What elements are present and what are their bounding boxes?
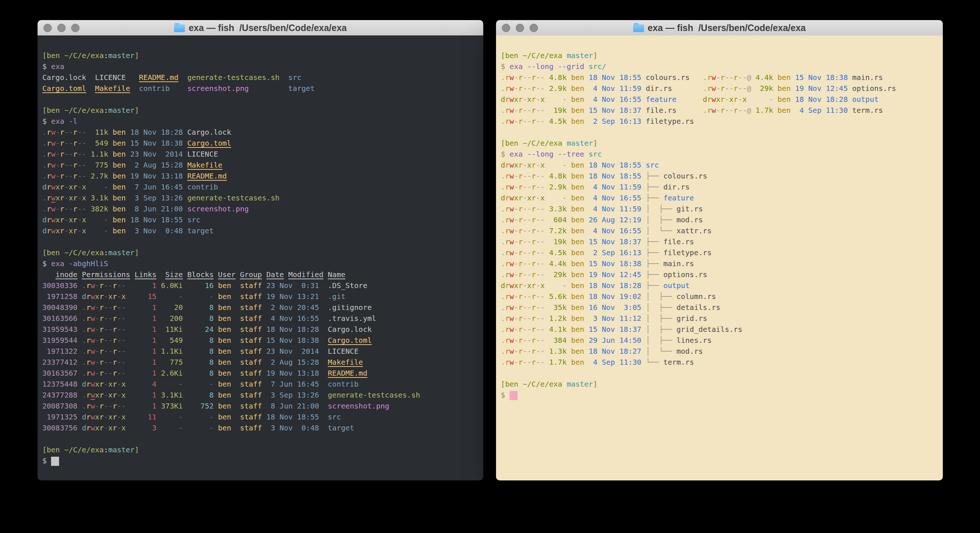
terminal-output-right[interactable]: [ben ~/C/e/exa:master]$ exa --long --gri… [496, 35, 943, 480]
permission-char: r [505, 106, 509, 115]
close-button[interactable] [43, 24, 52, 32]
text-segment [183, 402, 187, 410]
text-segment [262, 336, 266, 345]
text-segment: ben [567, 182, 584, 191]
minimize-button[interactable] [57, 24, 66, 32]
permission-char: r [86, 325, 91, 334]
text-segment: 30048390 [42, 303, 77, 312]
permission-char: r [518, 117, 523, 126]
permission-char: . [42, 161, 47, 169]
permission-char: - [121, 281, 126, 290]
terminal-line: $ exa --long --grid src/ [501, 61, 940, 72]
text-segment [183, 423, 187, 432]
zoom-button[interactable] [71, 24, 80, 32]
permission-char: r [518, 172, 523, 180]
permission-char: - [540, 227, 544, 235]
text-segment: ben [567, 270, 584, 279]
permission-char: w [509, 227, 514, 235]
text-segment: term.rs [663, 358, 694, 367]
text-segment [214, 270, 218, 279]
text-segment: contrib [187, 182, 218, 191]
terminal-line: $ exa -abghHliS [42, 258, 480, 269]
text-segment: - [161, 423, 183, 432]
permission-char: d [501, 161, 505, 169]
titlebar-right[interactable]: exa — fish /Users/ben/Code/exa/exa [496, 20, 943, 36]
terminal-line: 23377412 .rw-r--r-- 1 775 8 ben staff 2 … [42, 357, 480, 368]
permission-char: - [540, 237, 544, 246]
text-segment [156, 402, 161, 410]
text-segment: inode [56, 270, 77, 279]
permission-char: r [531, 325, 536, 334]
permission-char: r [100, 336, 104, 345]
permission-char: - [104, 423, 108, 432]
close-button[interactable] [502, 24, 510, 32]
minimize-button[interactable] [516, 24, 524, 32]
permission-char: r [113, 413, 117, 421]
permission-char: r [505, 237, 509, 246]
text-segment: 30163567 [42, 369, 77, 378]
permission-char: r [505, 193, 509, 202]
permission-char: w [509, 248, 514, 257]
terminal-line: .rw-r--r-- 1.2k ben 3 Nov 11:12 │ ├── gr… [501, 313, 940, 324]
text-segment: ben [567, 227, 584, 235]
permission-char: - [514, 347, 518, 356]
text-segment: README.md [187, 172, 226, 180]
permission-char: - [536, 193, 540, 202]
text-segment [641, 270, 646, 279]
text-segment: │ ├── [646, 336, 676, 345]
permission-char: r [733, 106, 738, 115]
permission-char: - [716, 84, 720, 93]
permission-char: - [536, 161, 540, 169]
text-segment: 4.8k [544, 172, 566, 180]
text-segment: master [108, 51, 135, 60]
text-segment: --long --tree [523, 150, 584, 158]
text-segment [262, 270, 266, 279]
text-segment [319, 402, 328, 410]
text-segment: Makefile [328, 358, 363, 367]
text-segment [183, 281, 187, 290]
permission-char: x [514, 281, 518, 290]
permission-char: - [77, 172, 82, 180]
permission-char: - [56, 172, 60, 180]
permission-char: - [514, 270, 518, 279]
permission-char: - [527, 336, 531, 345]
terminal-window-left[interactable]: exa — fish /Users/ben/Code/exa/exa [ben … [38, 20, 483, 480]
terminal-window-right[interactable]: exa — fish /Users/ben/Code/exa/exa [ben … [496, 20, 943, 480]
zoom-button[interactable] [530, 24, 538, 32]
text-segment: dir.rs [663, 182, 690, 191]
permission-char: r [518, 270, 523, 279]
text-segment [183, 139, 187, 147]
text-segment [319, 358, 328, 367]
text-segment [183, 215, 187, 224]
text-segment: ben staff [218, 413, 262, 421]
permission-char: - [104, 391, 108, 399]
text-segment: ben [108, 204, 126, 213]
permission-char: r [73, 161, 77, 169]
permission-char: - [540, 358, 544, 367]
terminal-output-left[interactable]: [ben ~/C/e/exa:master]$ exaCargo.lock LI… [38, 35, 483, 480]
text-segment: LICENCE [328, 347, 358, 356]
permission-char: r [60, 215, 64, 224]
text-segment: [ben ~/C/e/exa [42, 248, 104, 257]
text-segment [183, 128, 187, 137]
folder-proxy-icon[interactable] [633, 24, 644, 32]
permission-char: - [77, 161, 82, 169]
text-segment [183, 369, 187, 378]
text-segment: 4.8k [544, 73, 566, 82]
permission-char: . [501, 259, 505, 268]
permission-char: - [104, 281, 108, 290]
text-segment [319, 303, 328, 312]
text-segment: src [288, 73, 301, 82]
permission-char: - [725, 95, 729, 104]
text-segment: master [108, 106, 135, 115]
permission-char: w [509, 270, 514, 279]
folder-proxy-icon[interactable] [174, 24, 185, 32]
permission-char: r [531, 182, 536, 191]
permission-char: r [518, 204, 523, 213]
text-segment: 4 Nov 16:55 [584, 193, 641, 202]
text-segment: $ [501, 62, 509, 71]
permission-char: - [514, 84, 518, 93]
titlebar-left[interactable]: exa — fish /Users/ben/Code/exa/exa [38, 20, 483, 36]
text-segment [86, 84, 95, 93]
text-segment [77, 391, 82, 399]
